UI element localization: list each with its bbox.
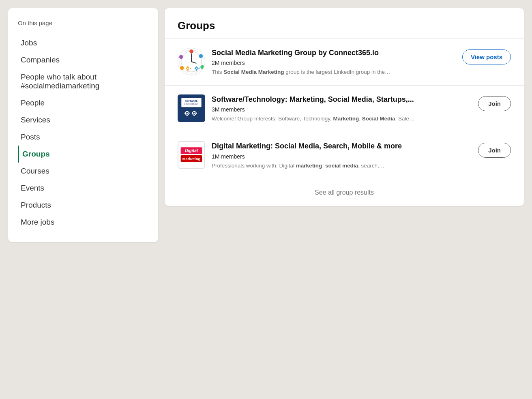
svg-rect-35 — [196, 113, 197, 114]
svg-text:Digital: Digital — [185, 149, 198, 153]
group-name-smm: Social Media Marketing Group by Connect3… — [212, 48, 456, 58]
svg-rect-17 — [196, 70, 197, 71]
join-button-software[interactable]: Join — [478, 96, 511, 111]
svg-rect-11 — [187, 66, 189, 68]
sidebar-item-courses[interactable]: Courses — [18, 163, 148, 180]
group-desc-software: Welcome! Group Interests: Software, Tech… — [212, 115, 472, 123]
groups-section-title: Groups — [178, 19, 511, 32]
svg-rect-33 — [193, 115, 195, 116]
svg-rect-29 — [189, 113, 190, 114]
group-members-digital: 1M members — [212, 153, 472, 160]
svg-rect-34 — [192, 113, 193, 114]
group-name-digital: Digital Marketing: Social Media, Search,… — [212, 141, 472, 151]
sidebar-item-products[interactable]: Products — [18, 197, 148, 214]
group-item-digital: Digital Marketing Digital Marketing: Soc… — [165, 132, 524, 178]
svg-text:& TECHNOLOGY: & TECHNOLOGY — [184, 103, 199, 105]
see-all-groups[interactable]: See all group results — [165, 179, 524, 206]
svg-rect-28 — [184, 113, 186, 114]
svg-point-31 — [193, 113, 195, 114]
svg-rect-36 — [178, 142, 204, 168]
group-logo-software: SOFTWARE & TECHNOLOGY — [178, 94, 205, 122]
svg-rect-18 — [195, 68, 196, 69]
group-info-smm: Social Media Marketing Group by Connect3… — [212, 48, 456, 76]
svg-rect-27 — [187, 115, 188, 116]
join-button-digital[interactable]: Join — [478, 143, 511, 158]
group-action-digital: Join — [478, 141, 511, 158]
svg-rect-13 — [186, 68, 187, 69]
svg-point-5 — [189, 49, 193, 54]
sidebar: On this page Jobs Companies People who t… — [8, 8, 158, 242]
svg-rect-21 — [181, 98, 201, 107]
view-posts-button-smm[interactable]: View posts — [462, 49, 511, 64]
group-item-software: SOFTWARE & TECHNOLOGY — [165, 85, 524, 132]
svg-point-6 — [199, 54, 203, 58]
sidebar-section-label: On this page — [18, 19, 148, 26]
group-info-software: Software/Technology: Marketing, Social M… — [212, 94, 472, 123]
group-logo-smm — [178, 48, 205, 75]
svg-text:Marketing: Marketing — [182, 157, 201, 161]
sidebar-item-events[interactable]: Events — [18, 180, 148, 197]
sidebar-item-posts[interactable]: Posts — [18, 129, 148, 146]
group-desc-smm: This Social Media Marketing group is the… — [212, 69, 456, 76]
group-action-software: Join — [478, 94, 511, 111]
svg-rect-32 — [193, 111, 195, 112]
group-members-software: 3M members — [212, 106, 472, 113]
svg-point-25 — [187, 113, 188, 114]
svg-rect-12 — [187, 70, 189, 71]
svg-rect-19 — [198, 68, 200, 69]
svg-point-8 — [180, 66, 184, 70]
group-item-smm: Social Media Marketing Group by Connect3… — [165, 39, 524, 85]
group-info-digital: Digital Marketing: Social Media, Search,… — [212, 141, 472, 169]
main-content: Groups — [165, 8, 524, 206]
sidebar-item-companies[interactable]: Companies — [18, 51, 148, 69]
svg-rect-14 — [190, 68, 191, 69]
group-members-smm: 2M members — [212, 60, 456, 66]
svg-point-9 — [179, 55, 183, 59]
group-desc-digital: Professionals working with: Digital mark… — [212, 162, 472, 170]
group-name-software: Software/Technology: Marketing, Social M… — [212, 94, 472, 104]
sidebar-item-people[interactable]: People — [18, 94, 148, 112]
svg-text:SOFTWARE: SOFTWARE — [185, 100, 197, 102]
group-action-smm: View posts — [462, 48, 511, 64]
group-logo-digital: Digital Marketing — [178, 141, 205, 169]
sidebar-item-groups[interactable]: Groups — [18, 146, 148, 163]
sidebar-item-people-who-talk[interactable]: People who talk about #socialmediamarket… — [18, 69, 148, 94]
sidebar-item-services[interactable]: Services — [18, 112, 148, 129]
sidebar-item-more-jobs[interactable]: More jobs — [18, 214, 148, 231]
svg-rect-26 — [187, 111, 188, 112]
groups-header: Groups — [165, 8, 524, 39]
svg-rect-16 — [196, 66, 197, 68]
sidebar-item-jobs[interactable]: Jobs — [18, 34, 148, 51]
svg-point-7 — [200, 65, 204, 69]
